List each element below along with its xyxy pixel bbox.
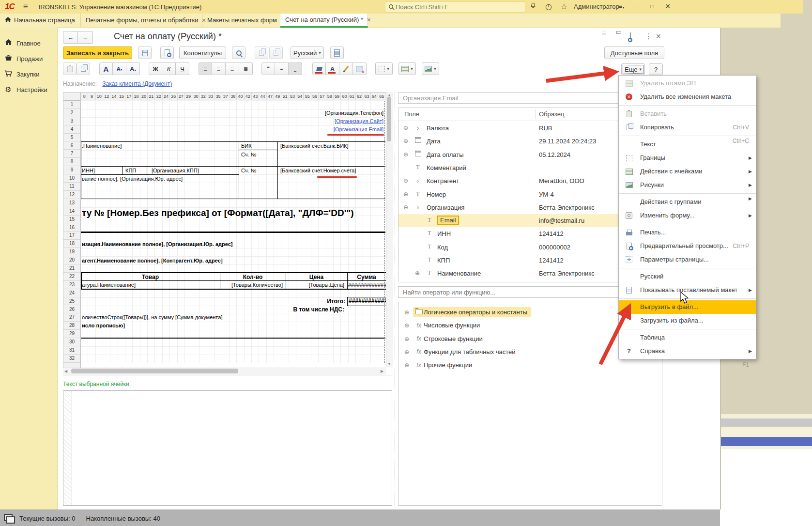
sidebar-item-settings[interactable]: ⚙ Настройки [0, 83, 57, 96]
row-header[interactable]: 1 [63, 101, 80, 109]
column-header[interactable]: 47 [267, 93, 274, 100]
draw-border-button[interactable] [339, 62, 353, 75]
row-header[interactable]: 7 [63, 150, 80, 158]
sheet-cell-supplier[interactable]: изация.Наименование полное], [Организаци… [82, 241, 233, 247]
field-sample-value[interactable]: 29.11.2024 20:24:23 [539, 138, 596, 145]
row-header[interactable]: 21 [63, 264, 80, 273]
row-header[interactable]: 23 [63, 281, 80, 289]
sheet-cell-customer[interactable]: агент.Наименование полное], [Контрагент.… [82, 258, 223, 263]
menu-item-16[interactable]: ✛Параметры страницы... [619, 253, 756, 266]
field-label[interactable]: Валюта [427, 124, 449, 132]
column-header[interactable]: 12 [103, 93, 110, 100]
language-selector[interactable]: Русский▾ [291, 46, 324, 59]
sheet-cell-site[interactable]: [Организация.Сайт] [335, 118, 383, 124]
close-form-icon[interactable]: ✕ [656, 32, 661, 40]
column-header[interactable]: 14 [110, 93, 118, 100]
maximize-button[interactable]: □ [646, 1, 659, 12]
expander-icon[interactable]: ⊕ [404, 309, 409, 316]
expander-icon[interactable]: ⊕ [403, 191, 408, 198]
sheet-cell-row-goods[interactable]: атура.Наименование] [82, 282, 136, 288]
tab-print-forms[interactable]: Печатные формы, отчеты и обработки✕ [81, 14, 202, 27]
tab-invoice-layout[interactable]: Счет на оплату (Русский) *✕ [280, 14, 368, 28]
available-fields-button[interactable]: Доступные поля [604, 46, 664, 59]
column-header[interactable]: 63 [363, 93, 370, 100]
paste-icon[interactable] [63, 62, 77, 75]
field-sample-value[interactable]: 05.12.2024 [539, 151, 570, 158]
sheet-cell-row-price[interactable]: [Товары.Цена] [309, 282, 344, 288]
menu-item-25[interactable]: ?СправкаF1 [619, 344, 756, 358]
column-header[interactable]: 22 [155, 93, 163, 100]
column-headers[interactable]: 8910121415171820212224262729303233353738… [81, 93, 386, 101]
row-header[interactable]: 16 [63, 224, 80, 232]
expander-icon[interactable]: ⊕ [403, 138, 408, 144]
row-header[interactable]: 8 [63, 158, 80, 166]
field-sample-value[interactable]: RUB [539, 124, 552, 132]
field-sample-value[interactable]: Бетта Электроникс [539, 270, 595, 277]
field-sample-value[interactable]: 000000002 [539, 244, 570, 251]
copy-icon[interactable] [77, 62, 90, 75]
panel-splitter[interactable] [395, 92, 395, 506]
align-center-button[interactable]: Ξ [212, 62, 226, 75]
row-header[interactable]: 24 [63, 289, 80, 297]
row-header[interactable]: 2 [63, 109, 80, 117]
sheet-cell-inn[interactable]: ИНН] [82, 168, 95, 173]
sheet-cell-org-full-name[interactable]: вание полное], [Организация.Юр. адрес] [82, 176, 183, 182]
column-header[interactable]: 54 [296, 93, 304, 100]
column-header[interactable]: 8 [81, 93, 88, 100]
column-header[interactable]: 42 [245, 93, 252, 100]
purpose-link[interactable]: Заказ клиента (Документ) [102, 80, 172, 87]
column-header[interactable]: 44 [259, 93, 266, 100]
preview-button[interactable] [160, 46, 174, 59]
sheet-cell-doc-title[interactable]: ту № [Номер.Без префикса] от [Формат([Да… [82, 208, 354, 218]
horizontal-scrollbar-thumb[interactable] [71, 369, 238, 373]
save-button[interactable] [138, 46, 152, 59]
selected-cell-text-area[interactable] [63, 390, 392, 506]
expander-icon[interactable]: ⊕ [404, 362, 409, 369]
operator-item[interactable]: fxПрочие функции [413, 360, 476, 370]
column-header[interactable]: 59 [334, 93, 341, 100]
row-header[interactable]: 14 [63, 207, 80, 216]
performance-icon[interactable] [4, 514, 13, 523]
field-label[interactable]: Комментарий [427, 164, 466, 171]
column-header[interactable]: 18 [133, 93, 140, 100]
row-header[interactable]: 26 [63, 306, 80, 314]
sheet-cell-amount-words[interactable]: исло прописью] [82, 323, 125, 328]
sheet-cell-row-qty[interactable]: [Товары.Количество] [231, 282, 283, 288]
row-header[interactable]: 18 [63, 240, 80, 248]
field-label[interactable]: Контрагент [427, 177, 459, 185]
row-header[interactable]: 32 [63, 355, 80, 363]
sheet-cell-account-value[interactable]: [Банковский счет.Номер счета] [280, 168, 356, 173]
field-label[interactable]: Наименование [437, 270, 481, 277]
row-header[interactable]: 29 [63, 330, 80, 338]
page-view-button[interactable] [330, 46, 344, 59]
row-header[interactable]: 5 [63, 134, 80, 142]
column-header[interactable]: 33 [207, 93, 214, 100]
row-header[interactable]: 27 [63, 313, 80, 322]
menu-item-22[interactable]: Загрузить из файла... [619, 314, 756, 327]
sheet-cell-account-label-1[interactable]: Сч. № [241, 152, 256, 157]
menu-item-11[interactable]: Действия с группами▶ [619, 195, 756, 209]
row-header[interactable]: 19 [63, 248, 80, 256]
scroll-left-icon[interactable]: ◀ [64, 369, 67, 373]
column-header[interactable]: 49 [274, 93, 281, 100]
find-button[interactable] [232, 46, 245, 59]
column-header[interactable]: 32 [200, 93, 207, 100]
clear-table-button[interactable] [353, 62, 367, 75]
row-header[interactable]: 20 [63, 256, 80, 264]
copy-style-button[interactable] [255, 46, 268, 59]
column-header[interactable]: 60 [341, 93, 348, 100]
menu-item-21[interactable]: Выгрузить в файл... [619, 300, 756, 314]
nav-forward-button[interactable]: → [78, 31, 93, 44]
column-header[interactable]: 57 [319, 93, 326, 100]
menu-item-1[interactable]: ✕Удалить все изменения макета [619, 90, 756, 104]
sheet-cell-th-goods[interactable]: Товар [81, 274, 220, 280]
operator-search-input[interactable] [402, 288, 654, 296]
menu-item-6[interactable]: Текст▶ [619, 138, 756, 151]
field-label[interactable]: Код [437, 244, 448, 251]
close-window-button[interactable]: ✕ [661, 1, 674, 12]
column-header[interactable]: 17 [125, 93, 133, 100]
font-larger-button[interactable]: A▴ [126, 62, 140, 75]
field-sample-value[interactable]: 1241412 [539, 230, 564, 237]
column-header[interactable]: 15 [118, 93, 125, 100]
font-smaller-button[interactable]: A▾ [113, 62, 126, 75]
